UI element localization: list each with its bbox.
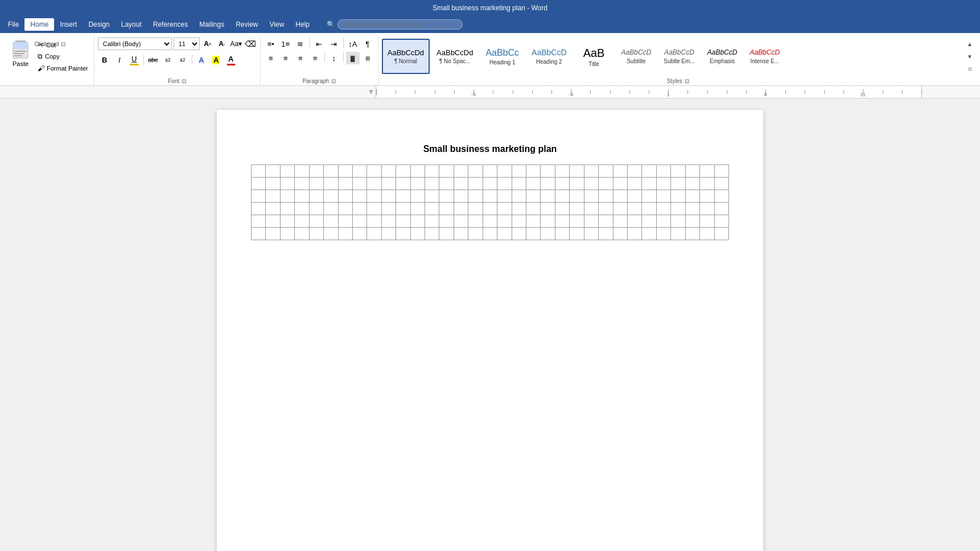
table-cell[interactable] [512,165,526,178]
table-cell[interactable] [656,190,670,203]
table-cell[interactable] [439,203,454,215]
table-cell[interactable] [483,215,497,228]
table-cell[interactable] [512,203,526,215]
style-heading2[interactable]: AaBbCcD Heading 2 [526,39,572,74]
table-cell[interactable] [324,228,338,240]
table-cell[interactable] [512,178,526,190]
table-cell[interactable] [613,203,627,215]
table-cell[interactable] [410,228,425,240]
table-cell[interactable] [381,203,396,215]
font-family-select[interactable]: Calibri (Body) Arial Times New Roman [98,38,172,50]
increase-indent-button[interactable]: ⇥ [327,38,341,50]
table-cell[interactable] [685,165,699,178]
style-intense[interactable]: AaBbCcD Intense E... [744,39,785,74]
table-cell[interactable] [613,178,627,190]
table-cell[interactable] [627,203,641,215]
document-table[interactable] [251,165,729,240]
table-cell[interactable] [671,165,685,178]
table-cell[interactable] [410,215,425,228]
styles-expand[interactable]: ⊡ [965,63,974,75]
table-cell[interactable] [671,203,685,215]
document-area[interactable]: Small business marketing plan [0,98,980,551]
strikethrough-button[interactable]: abc [146,54,160,66]
clipboard-expand-icon[interactable]: ⊡ [61,41,65,47]
table-cell[interactable] [295,215,309,228]
table-cell[interactable] [425,178,439,190]
table-cell[interactable] [280,165,294,178]
table-cell[interactable] [309,165,323,178]
table-cell[interactable] [410,178,425,190]
table-cell[interactable] [280,190,294,203]
table-cell[interactable] [555,228,569,240]
table-cell[interactable] [526,190,541,203]
table-cell[interactable] [352,165,367,178]
table-cell[interactable] [396,165,410,178]
table-cell[interactable] [338,165,352,178]
table-cell[interactable] [338,190,352,203]
table-cell[interactable] [425,165,439,178]
menu-mailings[interactable]: Mailings [193,18,230,31]
table-cell[interactable] [685,190,699,203]
menu-references[interactable]: References [147,18,193,31]
table-cell[interactable] [396,178,410,190]
table-cell[interactable] [295,165,309,178]
font-grow-button[interactable]: A+ [201,38,214,50]
table-cell[interactable] [266,215,280,228]
table-cell[interactable] [367,165,381,178]
table-cell[interactable] [252,215,266,228]
table-cell[interactable] [324,165,338,178]
search-input[interactable] [337,19,463,30]
menu-insert[interactable]: Insert [54,18,83,31]
table-cell[interactable] [714,228,729,240]
table-cell[interactable] [541,165,555,178]
table-cell[interactable] [700,228,714,240]
table-cell[interactable] [497,228,512,240]
table-cell[interactable] [367,203,381,215]
table-cell[interactable] [671,190,685,203]
table-cell[interactable] [454,203,468,215]
table-cell[interactable] [541,215,555,228]
table-cell[interactable] [613,190,627,203]
table-cell[interactable] [295,178,309,190]
table-cell[interactable] [468,165,483,178]
table-cell[interactable] [338,203,352,215]
table-cell[interactable] [599,215,613,228]
table-cell[interactable] [338,215,352,228]
table-cell[interactable] [584,165,598,178]
table-cell[interactable] [512,228,526,240]
table-cell[interactable] [252,178,266,190]
table-cell[interactable] [280,203,294,215]
table-row[interactable] [252,165,729,178]
pilcrow-button[interactable]: ¶ [361,38,374,50]
table-cell[interactable] [570,165,584,178]
table-row[interactable] [252,215,729,228]
shading-button[interactable]: ▓ [346,52,360,64]
table-cell[interactable] [396,203,410,215]
menu-review[interactable]: Review [230,18,263,31]
table-cell[interactable] [685,215,699,228]
table-row[interactable] [252,228,729,240]
table-cell[interactable] [439,178,454,190]
table-cell[interactable] [295,228,309,240]
table-cell[interactable] [541,228,555,240]
table-cell[interactable] [309,178,323,190]
table-cell[interactable] [700,190,714,203]
table-cell[interactable] [599,178,613,190]
table-cell[interactable] [627,190,641,203]
style-title[interactable]: AaB Title [574,39,615,74]
table-cell[interactable] [570,215,584,228]
format-painter-button[interactable]: 🖌 Format Painter [35,63,90,73]
table-cell[interactable] [454,165,468,178]
table-cell[interactable] [381,190,396,203]
table-cell[interactable] [439,228,454,240]
table-cell[interactable] [671,228,685,240]
table-cell[interactable] [685,228,699,240]
table-cell[interactable] [541,203,555,215]
table-cell[interactable] [410,190,425,203]
clear-format-button[interactable]: ⌫ [244,38,257,50]
table-cell[interactable] [381,228,396,240]
table-cell[interactable] [396,228,410,240]
justify-button[interactable]: ≡ [308,52,322,64]
table-cell[interactable] [324,203,338,215]
table-cell[interactable] [526,228,541,240]
